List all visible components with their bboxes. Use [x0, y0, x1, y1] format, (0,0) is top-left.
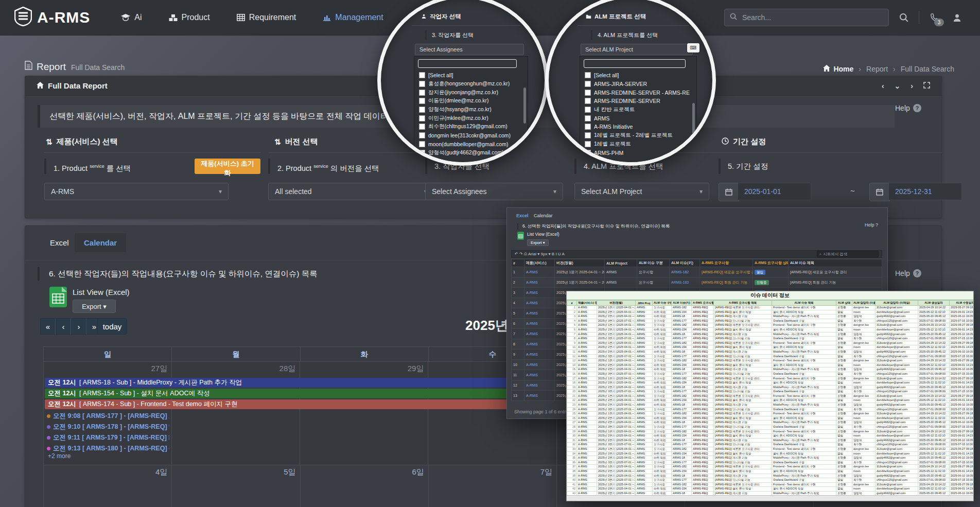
- date-to-calendar-button[interactable]: [869, 183, 890, 201]
- calendar-day-cell[interactable]: 29일: [300, 362, 428, 465]
- nav-item-product[interactable]: Product: [169, 13, 210, 22]
- breadcrumb-report[interactable]: Report: [866, 65, 888, 73]
- checkbox[interactable]: [419, 141, 425, 147]
- tab-excel[interactable]: Excel: [41, 233, 78, 252]
- notifications-button[interactable]: 3: [926, 10, 942, 25]
- product-reset-button[interactable]: 제품(서비스) 초기화: [195, 159, 260, 174]
- assignee-filter-input[interactable]: [418, 59, 517, 68]
- calendar-dot-event[interactable]: 오전 9:11 [ ARMS-179 ] - [ARMS-REQ] 캐릭: [47, 433, 169, 443]
- alm-project-select[interactable]: Select ALM Project: [581, 44, 693, 55]
- calendar-day-cell[interactable]: 7일: [429, 465, 557, 507]
- calendar-next-button[interactable]: ›: [71, 318, 86, 335]
- search-input[interactable]: [741, 13, 883, 22]
- help-button[interactable]: Help?: [895, 104, 921, 112]
- calendar-day-cell[interactable]: 5일: [172, 465, 300, 507]
- checkbox[interactable]: [419, 107, 425, 113]
- search-submit-button[interactable]: [896, 10, 912, 25]
- assignee-option[interactable]: dongmin lee(313cokr@gmail.com): [419, 131, 522, 140]
- checkbox[interactable]: [419, 115, 425, 121]
- checkbox[interactable]: [419, 132, 425, 138]
- checkbox[interactable]: [585, 132, 591, 138]
- alm-project-option[interactable]: ARMS-JIRA-SERVER: [585, 80, 691, 89]
- alm-project-option[interactable]: 1레벨 프로젝트 - 2레벨 프로젝트: [585, 131, 691, 140]
- column-header[interactable]: A-RMS 요구사항: [700, 259, 753, 267]
- assignee-select[interactable]: Select Assignees▾: [425, 183, 563, 200]
- calendar-day-cell[interactable]: 28일: [172, 362, 300, 465]
- expand-icon[interactable]: [923, 82, 930, 90]
- scrollbar[interactable]: [523, 88, 526, 124]
- checkbox[interactable]: [419, 72, 425, 78]
- column-header[interactable]: #: [512, 259, 524, 267]
- alm-project-option[interactable]: ARMS: [585, 114, 691, 123]
- date-from-calendar-button[interactable]: [719, 183, 739, 201]
- assignee-option[interactable]: 이동민(dmlee@mz.co.kr): [419, 97, 522, 106]
- calendar-more-link[interactable]: +2 more: [48, 452, 71, 460]
- assignee-option[interactable]: 최수현(chltngus129@gmail.com): [419, 123, 522, 131]
- sheet-search-input[interactable]: ⌕ 시트에서 검색: [817, 251, 879, 257]
- checkbox[interactable]: [419, 98, 425, 104]
- column-header[interactable]: 제품(서비스): [524, 259, 555, 267]
- nav-item-ai[interactable]: Ai: [121, 13, 142, 22]
- alm-project-select[interactable]: Select ALM Project▾: [574, 183, 709, 200]
- global-search[interactable]: [724, 9, 889, 26]
- help-button[interactable]: Help?: [895, 269, 921, 277]
- assignee-option[interactable]: 홍성훈(hongseonghun@mz.co.kr): [419, 80, 522, 89]
- checkbox[interactable]: [585, 98, 591, 104]
- alm-project-option[interactable]: ARMS-REDMINE-SERVER: [585, 97, 691, 106]
- calendar-dot-event[interactable]: 오전 9:10 [ ARMS-178 ] - [ARMS-REQ] 엑셀: [47, 422, 169, 432]
- product-select[interactable]: A-RMS▾: [44, 183, 229, 200]
- checkbox[interactable]: [585, 115, 591, 121]
- table-row[interactable]: 1A-RMS2025년 1분기 2025-04-01 ~ 2025-06-30A…: [512, 267, 882, 277]
- assignee-option[interactable]: 이민규(mklee@mz.co.kr): [419, 114, 522, 123]
- checkbox[interactable]: [585, 141, 591, 147]
- column-header[interactable]: ALM 이슈 구분: [637, 259, 670, 267]
- assignee-select[interactable]: Select Assignees: [415, 44, 524, 55]
- scrollbar[interactable]: [692, 103, 695, 139]
- column-header[interactable]: A-RMS 요구사항 상태: [753, 259, 789, 267]
- calendar-today-button[interactable]: today: [97, 318, 127, 335]
- alm-project-option[interactable]: A-RMS Initiative: [585, 123, 691, 131]
- assignee-option[interactable]: 장지윤(jiyoonjang@mz.co.kr): [419, 88, 522, 97]
- calendar-dot-event[interactable]: 오전 9:08 [ ARMS-177 ] - [ARMS-REQ] 모니터: [47, 411, 169, 421]
- checkbox[interactable]: [585, 107, 591, 113]
- version-select[interactable]: All selected▾: [268, 183, 434, 200]
- column-header[interactable]: 버전(정렬): [555, 259, 605, 267]
- date-from-input[interactable]: 2025-01-01: [738, 183, 811, 200]
- column-header[interactable]: ALM 이슈 제목: [789, 259, 882, 267]
- assignee-option[interactable]: moon(dumbbelloper@gmail.com): [419, 140, 522, 149]
- keyboard-icon[interactable]: ⌨: [687, 43, 699, 53]
- checkbox[interactable]: [585, 124, 591, 130]
- export-button[interactable]: Export ▾: [527, 239, 549, 246]
- alm-project-option[interactable]: ARMS-REDMINE-SERVER - ARMS-RE: [585, 88, 691, 97]
- column-header[interactable]: ALM 이슈(키): [670, 259, 700, 267]
- calendar-prev-year-button[interactable]: «: [40, 318, 56, 335]
- alm-filter-input[interactable]: [584, 59, 686, 68]
- calendar-prev-button[interactable]: ‹: [56, 318, 71, 335]
- checkbox[interactable]: [585, 90, 591, 96]
- tab-calendar[interactable]: Calendar: [534, 213, 553, 218]
- toolbar-items[interactable]: ↶ ↷ ⎙ Arial ▾ 9px ▾ B I U A: [515, 252, 565, 257]
- help-button[interactable]: Help ?: [865, 222, 878, 228]
- checkbox[interactable]: [419, 124, 425, 130]
- breadcrumb-home[interactable]: Home: [823, 65, 853, 73]
- alm-project-option[interactable]: 1레벨 프로젝트: [585, 140, 691, 149]
- checkbox[interactable]: [419, 90, 425, 96]
- date-to-input[interactable]: 2025-12-31: [889, 183, 962, 200]
- user-profile-button[interactable]: [949, 10, 965, 25]
- table-row[interactable]: 2A-RMS2025년 1분기 2025-04-01 ~ 2025-06-30A…: [512, 277, 882, 288]
- checkbox[interactable]: [419, 81, 425, 87]
- assignee-option[interactable]: 양형석(hsyang@mz.co.kr): [419, 106, 522, 114]
- calendar-day-cell[interactable]: 6일: [301, 465, 429, 507]
- export-button[interactable]: Export ▾: [73, 300, 116, 313]
- collapse-right-icon[interactable]: ›: [911, 82, 913, 90]
- alm-project-option[interactable]: 내 칸반 프로젝트: [585, 106, 691, 114]
- nav-item-management[interactable]: Management: [323, 13, 383, 22]
- chevron-down-icon[interactable]: ⌄: [895, 82, 901, 90]
- alm-project-option[interactable]: [Select all]: [585, 71, 691, 80]
- assignee-option[interactable]: [Select all]: [419, 71, 522, 80]
- tab-calendar[interactable]: Calendar: [75, 233, 126, 252]
- checkbox[interactable]: [585, 72, 591, 78]
- app-logo[interactable]: A-RMS: [14, 7, 90, 28]
- nav-item-requirement[interactable]: Requirement: [237, 13, 296, 22]
- tab-excel[interactable]: Excel: [516, 213, 529, 218]
